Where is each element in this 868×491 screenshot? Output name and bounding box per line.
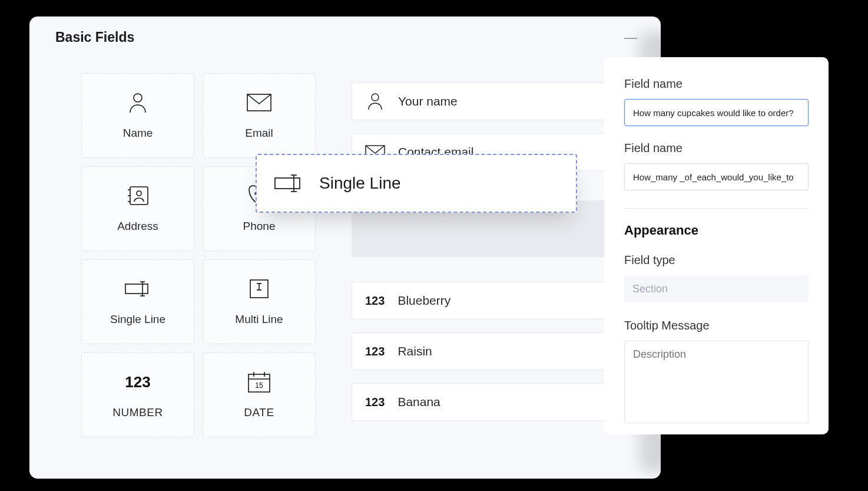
tooltip-textarea[interactable] — [624, 341, 809, 423]
field-type-label: Field type — [624, 253, 809, 267]
text-field-icon — [274, 174, 303, 192]
svg-rect-7 — [125, 284, 148, 294]
tile-label: NUMBER — [112, 406, 163, 419]
field-type-select[interactable]: Section — [624, 275, 809, 302]
form-field-number[interactable]: 123 Banana — [352, 383, 611, 421]
svg-rect-22 — [275, 178, 300, 189]
field-tile-number[interactable]: 123 NUMBER — [81, 352, 194, 437]
number-icon: 123 — [365, 294, 385, 308]
field-name-label: Field name — [624, 141, 809, 155]
divider — [624, 208, 809, 209]
appearance-heading: Appearance — [624, 223, 809, 238]
tile-label: Email — [245, 127, 273, 140]
form-canvas[interactable]: Your name Contact email 123 Blueberry 12… — [352, 83, 611, 434]
dragging-label: Single Line — [319, 174, 401, 193]
svg-point-3 — [137, 191, 141, 196]
tile-label: DATE — [244, 406, 274, 419]
field-tile-name[interactable]: Name — [81, 73, 194, 158]
field-tile-single-line[interactable]: Single Line — [81, 259, 194, 344]
field-label: Banana — [397, 395, 440, 409]
number-icon: 123 — [365, 396, 385, 409]
field-tile-address[interactable]: Address — [81, 166, 194, 251]
tooltip-label: Tooltip Message — [624, 319, 809, 332]
text-area-icon — [246, 278, 272, 300]
svg-point-0 — [134, 94, 142, 102]
form-field-number[interactable]: 123 Blueberry — [352, 282, 611, 319]
field-name-label: Field name — [624, 77, 809, 91]
field-name-input[interactable] — [624, 99, 809, 126]
field-tile-multi-line[interactable]: Multi Line — [203, 259, 316, 344]
field-label: Raisin — [397, 344, 432, 358]
address-book-icon — [125, 184, 151, 207]
field-label: Blueberry — [397, 294, 450, 308]
palette-header: Basic Fields — — [29, 17, 661, 56]
tile-label: Address — [117, 220, 158, 233]
tile-label: Name — [123, 127, 153, 140]
tile-label: Multi Line — [235, 313, 283, 326]
palette-title: Basic Fields — [55, 29, 134, 45]
form-field-number[interactable]: 123 Raisin — [352, 332, 611, 370]
collapse-icon[interactable]: — — [624, 31, 637, 44]
person-icon — [365, 93, 385, 110]
envelope-icon — [246, 91, 272, 114]
number-icon: 123 — [365, 345, 385, 358]
tile-label: Single Line — [110, 313, 165, 326]
form-field-name[interactable]: Your name — [352, 83, 611, 120]
properties-panel: Field name Field name Appearance Field t… — [604, 57, 829, 434]
field-slug-input[interactable] — [624, 163, 809, 190]
field-tile-date[interactable]: 15 DATE — [203, 352, 316, 437]
tile-label: Phone — [243, 220, 276, 233]
form-builder-panel: Basic Fields — Name Email — [29, 17, 661, 479]
text-field-icon — [125, 278, 151, 300]
svg-point-20 — [372, 94, 379, 101]
svg-text:15: 15 — [255, 381, 263, 390]
field-palette: Name Email Address — [81, 73, 316, 437]
field-tile-email[interactable]: Email — [203, 73, 316, 158]
field-type-value: Section — [632, 283, 668, 295]
person-icon — [125, 91, 151, 114]
calendar-icon: 15 — [246, 371, 272, 393]
dragging-field-ghost[interactable]: Single Line — [256, 154, 577, 213]
number-icon: 123 — [125, 371, 151, 393]
field-label: Your name — [398, 94, 458, 108]
